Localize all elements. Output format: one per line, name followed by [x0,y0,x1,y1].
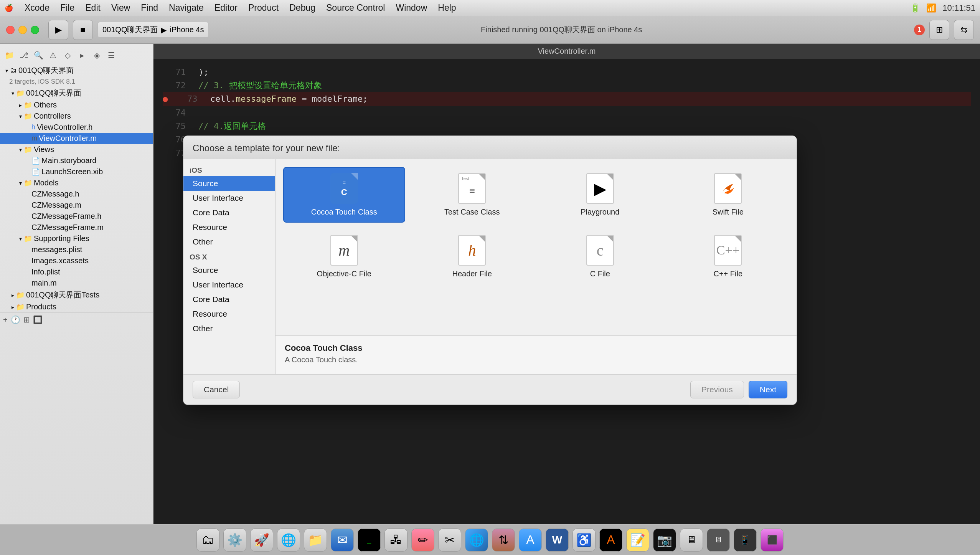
sidebar-item-czmessageframe-h[interactable]: CZMessageFrame.h [0,211,153,222]
sidebar-item-viewcontroller-m[interactable]: m ViewController.m [0,133,153,144]
maximize-button[interactable] [31,26,39,34]
template-test-case[interactable]: Test ≡ Test Case Class [411,167,533,223]
folder-icon: 📁 [16,291,25,299]
sidebar-breakpoints-icon[interactable]: ◈ [91,49,103,61]
breadcrumb[interactable]: 001QQ聊天界面 ▶ iPhone 4s [97,22,209,38]
sidebar-item-main-storyboard[interactable]: 📄 Main.storyboard [0,155,153,166]
sidebar-item-czmessage-h[interactable]: CZMessage.h [0,188,153,200]
cat-item-ios-resource[interactable]: Resource [183,220,275,235]
error-badge[interactable]: 1 [914,25,925,35]
sidebar-item-info-plist[interactable]: Info.plist [0,266,153,278]
sidebar-item-messages-plist[interactable]: messages.plist [0,244,153,255]
dock-scissors[interactable]: ✂ [438,529,461,552]
menu-edit[interactable]: Edit [80,1,106,15]
close-button[interactable] [6,26,15,34]
sidebar-item-supporting-files[interactable]: ▾ 📁 Supporting Files [0,233,153,244]
dock-word[interactable]: W [546,529,569,552]
cancel-button[interactable]: Cancel [193,381,240,398]
dock-launchpad[interactable]: 🚀 [250,529,273,552]
menu-view[interactable]: View [106,1,135,15]
filter-button[interactable]: 🔲 [33,315,43,324]
cat-item-osx-coredata[interactable]: Core Data [183,292,275,307]
sidebar-item-models[interactable]: ▾ 📁 Models [0,177,153,188]
next-button[interactable]: Next [749,381,787,398]
apple-menu[interactable]: 🍎 [5,4,13,12]
folder-icon: 📁 [24,235,32,243]
dock-network[interactable]: 🖧 [384,529,408,552]
sidebar-search-icon[interactable]: 🔍 [32,49,45,61]
sidebar-item-czmessage-m[interactable]: CZMessage.m [0,200,153,211]
sidebar-item-czmessageframe-m[interactable]: CZMessageFrame.m [0,222,153,233]
cat-item-ios-ui[interactable]: User Interface [183,191,275,205]
dock-safari[interactable]: 🌐 [277,529,300,552]
dock-files[interactable]: 📁 [304,529,327,552]
menu-file[interactable]: File [55,1,80,15]
cat-item-ios-coredata[interactable]: Core Data [183,205,275,220]
sidebar-item-views[interactable]: ▾ 📁 Views [0,144,153,155]
stop-button[interactable]: ■ [73,20,93,40]
dock-transfer[interactable]: ⇅ [492,529,515,552]
template-c-file[interactable]: c C File [539,229,661,284]
dock-finder[interactable]: 🗂 [196,529,219,552]
template-objc-file[interactable]: m Objective-C File [283,229,405,284]
template-header-file[interactable]: h Header File [411,229,533,284]
sidebar-issues-icon[interactable]: ⚠ [47,49,59,61]
run-button[interactable]: ▶ [48,20,68,40]
sidebar-debug-icon[interactable]: ▸ [76,49,88,61]
layout-toggle[interactable]: ⊞ [929,20,949,40]
menu-debug[interactable]: Debug [284,1,321,15]
editor-toggle[interactable]: ⇆ [954,20,974,40]
template-cpp-file[interactable]: C++ C++ File [667,229,789,284]
minimize-button[interactable] [18,26,27,34]
sidebar-item-root[interactable]: ▾ 🗂 001QQ聊天界面 [0,64,153,77]
sidebar-item-main-m[interactable]: main.m [0,278,153,289]
cat-item-ios-other[interactable]: Other [183,235,275,249]
cat-item-osx-other[interactable]: Other [183,321,275,336]
dock-notes[interactable]: 📝 [626,529,649,552]
dock-app-store[interactable]: A [519,529,542,552]
menu-product[interactable]: Product [243,1,284,15]
sidebar-item-products[interactable]: ▸ 📁 Products [0,301,153,312]
template-playground[interactable]: ▶ Playground [539,167,661,223]
sidebar-item-images-xcassets[interactable]: Images.xcassets [0,255,153,266]
menu-source-control[interactable]: Source Control [321,1,390,15]
sidebar-item-tests[interactable]: ▸ 📁 001QQ聊天界面Tests [0,289,153,301]
dock-preview3[interactable]: 📱 [734,529,757,552]
previous-button[interactable]: Previous [690,381,744,398]
cat-item-ios-source[interactable]: Source [183,176,275,191]
add-file-button[interactable]: + [3,315,8,324]
cat-item-osx-resource[interactable]: Resource [183,307,275,321]
sidebar-item-launchscreen[interactable]: 📄 LaunchScreen.xib [0,166,153,177]
dock-terminal[interactable]: _ [358,529,381,552]
sort-button[interactable]: ⊞ [23,315,30,324]
cat-item-osx-source[interactable]: Source [183,263,275,278]
sidebar-item-main-group[interactable]: ▾ 📁 001QQ聊天界面 [0,87,153,99]
cat-item-osx-ui[interactable]: User Interface [183,278,275,292]
dock-accessibility[interactable]: ♿ [572,529,596,552]
sidebar-folder-icon[interactable]: 📁 [3,49,15,61]
dock-mail[interactable]: ✉ [331,529,354,552]
dock-preview2[interactable]: 🖥 [707,529,730,552]
menu-help[interactable]: Help [432,1,461,15]
sidebar-item-others[interactable]: ▸ 📁 Others [0,99,153,111]
menu-xcode[interactable]: Xcode [19,1,55,15]
dock-pencil[interactable]: ✏ [411,529,434,552]
dock-app-extra[interactable]: ⬛ [761,529,784,552]
sidebar-item-viewcontroller-h[interactable]: h ViewController.h [0,122,153,133]
dock-browser[interactable]: 🌐 [465,529,488,552]
menu-window[interactable]: Window [390,1,432,15]
template-cocoa-touch[interactable]: ≡ C Cocoa Touch Class [283,167,405,223]
dock-system-prefs[interactable]: ⚙️ [223,529,246,552]
sidebar-tests-icon[interactable]: ◇ [61,49,74,61]
sidebar-item-controllers[interactable]: ▾ 📁 Controllers [0,111,153,122]
sidebar-vcs-icon[interactable]: ⎇ [18,49,30,61]
dock-accessibility2[interactable]: A [599,529,622,552]
dock-preview1[interactable]: 🖥 [680,529,703,552]
dock-photos[interactable]: 📷 [653,529,676,552]
menu-navigate[interactable]: Navigate [163,1,209,15]
menu-editor[interactable]: Editor [209,1,243,15]
template-swift-file[interactable]: Swift File [667,167,789,223]
sidebar-log-icon[interactable]: ☰ [105,49,117,61]
menu-find[interactable]: Find [135,1,163,15]
recent-files-button[interactable]: 🕐 [11,315,20,324]
